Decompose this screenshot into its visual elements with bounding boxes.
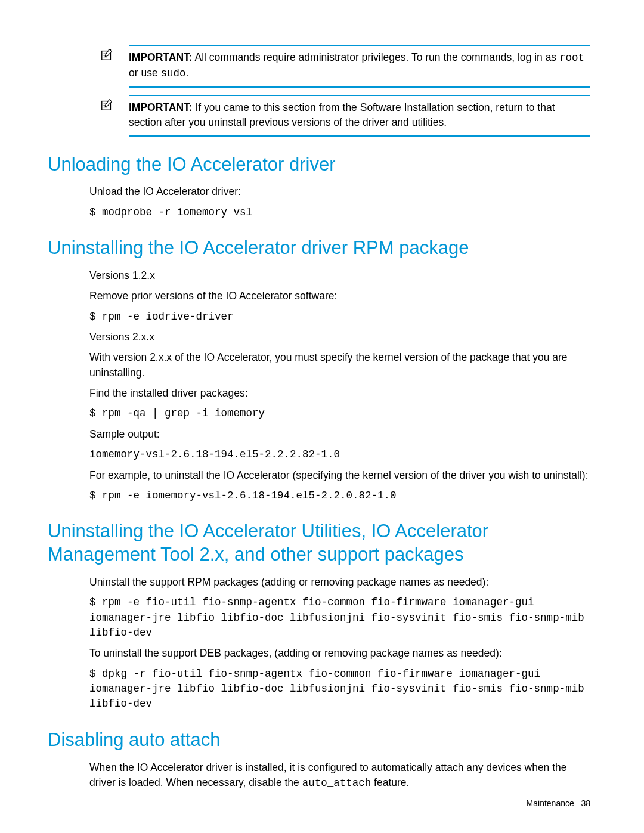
note-icon xyxy=(100,95,129,114)
code-block: $ rpm -qa | grep -i iomemory xyxy=(89,406,590,421)
heading-disable-auto-attach: Disabling auto attach xyxy=(48,729,590,752)
paragraph: For example, to uninstall the IO Acceler… xyxy=(89,468,590,483)
code-block: $ dpkg -r fio-util fio-snmp-agentx fio-c… xyxy=(89,667,590,712)
important-callout-1: IMPORTANT: All commands require administ… xyxy=(100,45,590,88)
important-note-body: IMPORTANT: If you came to this section f… xyxy=(129,95,590,137)
page-footer: Maintenance 38 xyxy=(527,798,590,808)
code-block: iomemory-vsl-2.6.18-194.el5-2.2.2.82-1.0 xyxy=(89,447,590,462)
paragraph: With version 2.x.x of the IO Accelerator… xyxy=(89,350,590,380)
note-icon xyxy=(100,45,129,64)
code-block: $ rpm -e iomemory-vsl-2.6.18-194.el5-2.2… xyxy=(89,488,590,503)
paragraph: To uninstall the support DEB packages, (… xyxy=(89,646,590,661)
paragraph: Versions 2.x.x xyxy=(89,330,590,345)
paragraph: When the IO Accelerator driver is instal… xyxy=(89,760,590,791)
code-block: $ rpm -e fio-util fio-snmp-agentx fio-co… xyxy=(89,595,590,640)
paragraph: Remove prior versions of the IO Accelera… xyxy=(89,289,590,304)
section-body-uninstall-rpm: Versions 1.2.x Remove prior versions of … xyxy=(89,268,590,504)
paragraph: Unload the IO Accelerator driver: xyxy=(89,184,590,199)
paragraph: Sample output: xyxy=(89,427,590,442)
section-body-unloading: Unload the IO Accelerator driver: $ modp… xyxy=(89,184,590,220)
footer-page-number: 38 xyxy=(581,798,590,808)
section-body-uninstall-utilities: Uninstall the support RPM packages (addi… xyxy=(89,575,590,712)
document-page: IMPORTANT: All commands require administ… xyxy=(0,0,644,820)
heading-uninstall-rpm: Uninstalling the IO Accelerator driver R… xyxy=(48,237,590,260)
important-callout-2: IMPORTANT: If you came to this section f… xyxy=(100,95,590,137)
footer-section: Maintenance xyxy=(527,798,574,808)
heading-unloading: Unloading the IO Accelerator driver xyxy=(48,153,590,176)
code-block: $ rpm -e iodrive-driver xyxy=(89,309,590,324)
paragraph: Find the installed driver packages: xyxy=(89,386,590,401)
section-body-disable-auto: When the IO Accelerator driver is instal… xyxy=(89,760,590,791)
heading-uninstall-utilities: Uninstalling the IO Accelerator Utilitie… xyxy=(48,520,590,566)
paragraph: Uninstall the support RPM packages (addi… xyxy=(89,575,590,590)
important-label: IMPORTANT: xyxy=(129,51,193,63)
code-block: $ modprobe -r iomemory_vsl xyxy=(89,205,590,220)
paragraph: Versions 1.2.x xyxy=(89,268,590,283)
important-note-body: IMPORTANT: All commands require administ… xyxy=(129,45,590,88)
important-label: IMPORTANT: xyxy=(129,101,193,113)
